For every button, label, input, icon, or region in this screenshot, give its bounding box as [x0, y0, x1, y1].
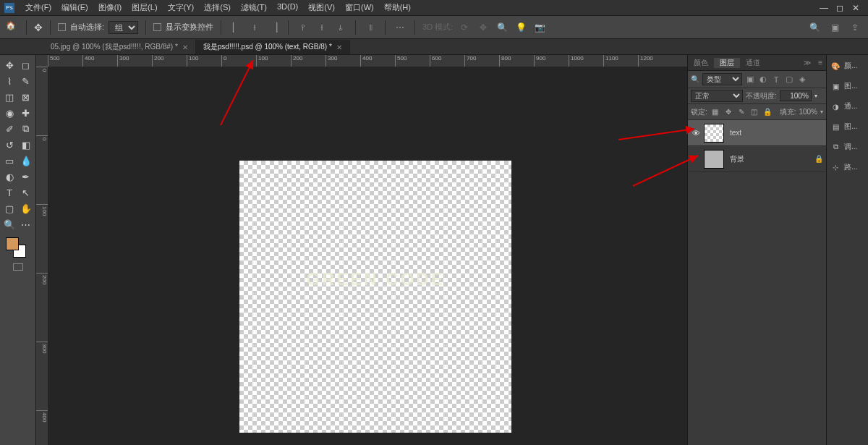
home-icon[interactable]: 🏠	[6, 21, 19, 34]
menu-item[interactable]: 选择(S)	[199, 2, 236, 13]
frame-tool[interactable]: ⊠	[19, 90, 33, 104]
collapsed-panel-item[interactable]: 🎨颜...	[827, 58, 868, 74]
move-tool[interactable]: ✥	[2, 58, 17, 72]
mode3d-label: 3D 模式:	[422, 22, 453, 33]
tab-close-icon[interactable]: ✕	[336, 43, 342, 51]
menu-item[interactable]: 视图(V)	[303, 2, 340, 13]
window-close[interactable]: ✕	[848, 3, 864, 13]
menu-item[interactable]: 文字(Y)	[163, 2, 200, 13]
crop-tool[interactable]: ◫	[2, 90, 17, 104]
align-left-icon[interactable]: ▏	[229, 20, 243, 35]
foreground-swatch[interactable]	[6, 237, 19, 250]
quick-select-tool[interactable]: ✎	[19, 74, 33, 88]
layer-thumbnail[interactable]	[704, 150, 724, 169]
collapsed-panel-item[interactable]: ▣图...	[827, 78, 868, 94]
lock-pixels-icon[interactable]: ▦	[710, 108, 720, 116]
brush-tool[interactable]: ✐	[2, 122, 17, 136]
menu-item[interactable]: 图层(L)	[127, 2, 162, 13]
edit-toolbar[interactable]: ⋯	[19, 217, 33, 232]
search-icon[interactable]: 🔍	[807, 20, 822, 35]
tab-close-icon[interactable]: ✕	[182, 43, 188, 51]
align-top-icon[interactable]: ⫯	[296, 20, 310, 35]
gradient-tool[interactable]: ▭	[2, 153, 17, 168]
heal-tool[interactable]: ✚	[19, 106, 33, 120]
align-vcenter-icon[interactable]: ⫲	[315, 20, 329, 35]
pen-tool[interactable]: ✒	[19, 169, 33, 184]
filter-adjust-icon[interactable]: ◐	[758, 75, 768, 84]
layer-name[interactable]: 背景	[730, 154, 812, 164]
fill-label: 填充:	[780, 107, 796, 117]
layer-row[interactable]: 背景🔒	[688, 146, 826, 172]
blend-mode-select[interactable]: 正常	[691, 90, 743, 102]
filter-pixel-icon[interactable]: ▣	[745, 75, 755, 84]
collapsed-panel-item[interactable]: ◑通...	[827, 98, 868, 114]
document-tab[interactable]: 05.jpg @ 100% (我是psd!!!!!, RGB/8#) *✕	[43, 40, 196, 54]
lock-all-icon[interactable]: ✎	[736, 108, 746, 116]
layer-name[interactable]: text	[730, 129, 812, 137]
menu-item[interactable]: 图像(I)	[93, 2, 127, 13]
layer-lock-icon[interactable]: 🔒	[812, 155, 826, 163]
quick-mask-toggle[interactable]	[13, 263, 23, 271]
filter-shape-icon[interactable]: ▢	[784, 75, 794, 84]
layer-visibility-icon[interactable]: 👁	[688, 129, 704, 137]
lock-lock-icon[interactable]: 🔒	[762, 108, 773, 116]
blur-tool[interactable]: 💧	[19, 153, 33, 168]
menu-item[interactable]: 3D(D)	[272, 2, 303, 13]
panel-menu-icon[interactable]: ≡	[814, 59, 826, 67]
marquee-tool[interactable]: ◻	[19, 58, 33, 72]
opacity-value[interactable]: 100%	[780, 90, 812, 101]
lock-position-icon[interactable]: ✥	[723, 108, 733, 116]
panel-tab[interactable]: 通道	[740, 58, 766, 68]
menu-item[interactable]: 文件(F)	[20, 2, 56, 13]
eraser-tool[interactable]: ◧	[19, 137, 33, 152]
hand-tool[interactable]: ✋	[19, 201, 33, 216]
workspace-icon[interactable]: ▣	[827, 20, 842, 35]
filter-type-icon[interactable]: T	[771, 75, 781, 84]
distribute-icon[interactable]: ⫴	[363, 20, 378, 35]
collapsed-panel-item[interactable]: ⊹路...	[827, 159, 868, 175]
menu-item[interactable]: 窗口(W)	[340, 2, 379, 13]
clone-tool[interactable]: ⧉	[19, 122, 33, 136]
document-tab[interactable]: 我是psd!!!!!.psd @ 100% (text, RGB/8) *✕	[196, 40, 350, 54]
toolbox: ✥◻ ⌇✎ ◫⊠ ◉✚ ✐⧉ ↺◧ ▭💧 ◐✒ T↖ ▢✋ 🔍⋯	[0, 55, 36, 445]
show-transform-checkbox[interactable]	[153, 23, 161, 31]
shape-tool[interactable]: ▢	[2, 201, 17, 216]
history-brush-tool[interactable]: ↺	[2, 137, 17, 152]
document-canvas[interactable]: GREEN CODE	[239, 161, 511, 433]
window-maximize[interactable]: ◻	[832, 3, 848, 13]
dodge-tool[interactable]: ◐	[2, 169, 17, 184]
align-right-icon[interactable]: ▕	[266, 20, 281, 35]
lasso-tool[interactable]: ⌇	[2, 74, 17, 88]
layer-row[interactable]: 👁text	[688, 120, 826, 146]
auto-select-checkbox[interactable]	[58, 23, 66, 31]
layer-lock-row: 锁定: ▦ ✥ ✎ ◫ 🔒 填充: 100% ▾	[688, 104, 826, 120]
share-icon[interactable]: ⇪	[848, 20, 862, 35]
collapsed-panel-item[interactable]: ⧉调...	[827, 139, 868, 155]
3d-orbit-icon: ⟳	[457, 20, 472, 35]
color-swatches[interactable]	[1, 237, 34, 259]
3d-pan-icon: ✥	[476, 20, 490, 35]
panel-collapse-icon[interactable]: ≫	[800, 59, 814, 67]
more-icon[interactable]: ⋯	[393, 20, 407, 35]
menu-item[interactable]: 滤镜(T)	[236, 2, 272, 13]
path-select-tool[interactable]: ↖	[19, 185, 33, 200]
collapsed-panel-strip: 🎨颜...▣图...◑通...▤图...⧉调...⊹路...	[826, 55, 868, 445]
align-hcenter-icon[interactable]: ⫲	[247, 20, 262, 35]
collapsed-panel-item[interactable]: ▤图...	[827, 119, 868, 135]
panel-tab[interactable]: 图层	[714, 58, 740, 68]
eyedropper-tool[interactable]: ◉	[2, 106, 17, 120]
auto-select-mode[interactable]: 组	[109, 21, 138, 34]
layer-filter-type[interactable]: 类型	[702, 73, 742, 85]
menu-item[interactable]: 编辑(E)	[56, 2, 93, 13]
zoom-tool[interactable]: 🔍	[2, 217, 17, 232]
3d-zoom-icon: 🔍	[495, 20, 509, 35]
lock-artboard-icon[interactable]: ◫	[749, 108, 760, 116]
panel-tab[interactable]: 颜色	[688, 58, 714, 68]
align-bottom-icon[interactable]: ⫰	[333, 20, 348, 35]
fill-value[interactable]: 100%	[799, 108, 817, 116]
window-minimize[interactable]: —	[816, 3, 832, 13]
type-tool[interactable]: T	[2, 185, 17, 200]
menu-item[interactable]: 帮助(H)	[379, 2, 416, 13]
filter-smart-icon[interactable]: ◈	[797, 75, 807, 84]
layer-thumbnail[interactable]	[704, 124, 724, 143]
